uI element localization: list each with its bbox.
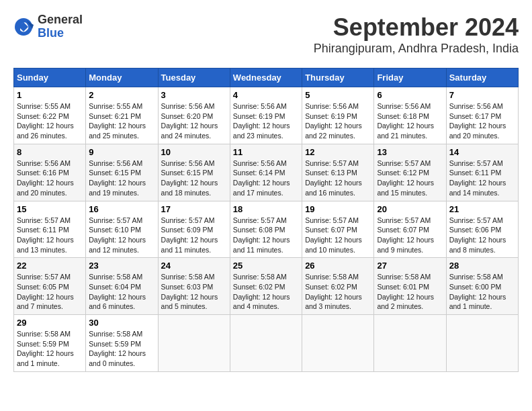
day-number: 9 bbox=[89, 147, 154, 157]
day-number: 8 bbox=[17, 147, 83, 157]
day-number: 2 bbox=[89, 90, 154, 100]
day-number: 16 bbox=[89, 204, 154, 214]
day-info: Sunrise: 5:56 AMSunset: 6:16 PMDaylight:… bbox=[17, 158, 83, 198]
day-number: 15 bbox=[17, 204, 83, 214]
day-info: Sunrise: 5:56 AMSunset: 6:15 PMDaylight:… bbox=[89, 158, 154, 198]
day-number: 30 bbox=[89, 318, 154, 328]
calendar-week-row: 1Sunrise: 5:55 AMSunset: 6:22 PMDaylight… bbox=[14, 87, 519, 144]
day-number: 7 bbox=[449, 90, 515, 100]
day-number: 29 bbox=[17, 318, 83, 328]
day-info: Sunrise: 5:57 AMSunset: 6:10 PMDaylight:… bbox=[89, 216, 154, 255]
calendar-cell: 27Sunrise: 5:58 AMSunset: 6:01 PMDayligh… bbox=[374, 258, 446, 315]
title-section: September 2024 Phirangipuram, Andhra Pra… bbox=[314, 13, 519, 56]
calendar-cell: 18Sunrise: 5:57 AMSunset: 6:08 PMDayligh… bbox=[230, 201, 302, 258]
day-info: Sunrise: 5:57 AMSunset: 6:09 PMDaylight:… bbox=[161, 216, 227, 255]
location-title: Phirangipuram, Andhra Pradesh, India bbox=[314, 42, 519, 56]
calendar-week-row: 15Sunrise: 5:57 AMSunset: 6:11 PMDayligh… bbox=[14, 201, 519, 258]
calendar-cell bbox=[446, 315, 518, 372]
weekday-header-sunday: Sunday bbox=[14, 68, 86, 87]
day-number: 10 bbox=[161, 147, 227, 157]
day-info: Sunrise: 5:57 AMSunset: 6:05 PMDaylight:… bbox=[17, 272, 83, 312]
day-info: Sunrise: 5:57 AMSunset: 6:13 PMDaylight:… bbox=[305, 158, 371, 198]
calendar-cell: 15Sunrise: 5:57 AMSunset: 6:11 PMDayligh… bbox=[14, 201, 86, 258]
day-number: 11 bbox=[233, 147, 299, 157]
day-number: 27 bbox=[377, 261, 443, 271]
day-number: 20 bbox=[377, 204, 443, 214]
calendar-cell: 8Sunrise: 5:56 AMSunset: 6:16 PMDaylight… bbox=[14, 144, 86, 201]
day-info: Sunrise: 5:58 AMSunset: 6:03 PMDaylight:… bbox=[161, 272, 227, 312]
calendar-cell: 24Sunrise: 5:58 AMSunset: 6:03 PMDayligh… bbox=[158, 258, 230, 315]
weekday-header-monday: Monday bbox=[86, 68, 158, 87]
day-number: 23 bbox=[89, 261, 154, 271]
day-number: 13 bbox=[377, 147, 443, 157]
calendar-cell bbox=[302, 315, 374, 372]
calendar-cell bbox=[158, 315, 230, 372]
calendar-cell: 9Sunrise: 5:56 AMSunset: 6:15 PMDaylight… bbox=[86, 144, 158, 201]
month-title: September 2024 bbox=[314, 13, 519, 42]
calendar-cell: 29Sunrise: 5:58 AMSunset: 5:59 PMDayligh… bbox=[14, 315, 86, 372]
day-info: Sunrise: 5:56 AMSunset: 6:19 PMDaylight:… bbox=[233, 101, 299, 141]
day-info: Sunrise: 5:57 AMSunset: 6:06 PMDaylight:… bbox=[449, 216, 515, 255]
weekday-header-friday: Friday bbox=[374, 68, 446, 87]
calendar-cell: 5Sunrise: 5:56 AMSunset: 6:19 PMDaylight… bbox=[302, 87, 374, 144]
logo-icon bbox=[13, 17, 34, 37]
calendar-cell: 14Sunrise: 5:57 AMSunset: 6:11 PMDayligh… bbox=[446, 144, 518, 201]
day-number: 14 bbox=[449, 147, 515, 157]
calendar-cell: 13Sunrise: 5:57 AMSunset: 6:12 PMDayligh… bbox=[374, 144, 446, 201]
calendar-table: SundayMondayTuesdayWednesdayThursdayFrid… bbox=[13, 68, 519, 372]
calendar-cell: 17Sunrise: 5:57 AMSunset: 6:09 PMDayligh… bbox=[158, 201, 230, 258]
day-info: Sunrise: 5:58 AMSunset: 6:00 PMDaylight:… bbox=[449, 272, 515, 312]
day-number: 17 bbox=[161, 204, 227, 214]
day-info: Sunrise: 5:55 AMSunset: 6:22 PMDaylight:… bbox=[17, 101, 83, 141]
day-number: 26 bbox=[305, 261, 371, 271]
calendar-cell: 21Sunrise: 5:57 AMSunset: 6:06 PMDayligh… bbox=[446, 201, 518, 258]
day-info: Sunrise: 5:57 AMSunset: 6:08 PMDaylight:… bbox=[233, 216, 299, 255]
day-number: 4 bbox=[233, 90, 299, 100]
weekday-header-saturday: Saturday bbox=[446, 68, 518, 87]
calendar-cell: 2Sunrise: 5:55 AMSunset: 6:21 PMDaylight… bbox=[86, 87, 158, 144]
logo-text: General Blue bbox=[38, 13, 83, 40]
weekday-header-wednesday: Wednesday bbox=[230, 68, 302, 87]
day-info: Sunrise: 5:57 AMSunset: 6:07 PMDaylight:… bbox=[377, 216, 443, 255]
day-info: Sunrise: 5:58 AMSunset: 6:02 PMDaylight:… bbox=[305, 272, 371, 312]
day-info: Sunrise: 5:58 AMSunset: 6:04 PMDaylight:… bbox=[89, 272, 154, 312]
day-info: Sunrise: 5:58 AMSunset: 5:59 PMDaylight:… bbox=[89, 329, 154, 369]
day-info: Sunrise: 5:56 AMSunset: 6:14 PMDaylight:… bbox=[233, 158, 299, 198]
day-number: 22 bbox=[17, 261, 83, 271]
day-info: Sunrise: 5:57 AMSunset: 6:11 PMDaylight:… bbox=[449, 158, 515, 198]
calendar-week-row: 8Sunrise: 5:56 AMSunset: 6:16 PMDaylight… bbox=[14, 144, 519, 201]
calendar-cell: 11Sunrise: 5:56 AMSunset: 6:14 PMDayligh… bbox=[230, 144, 302, 201]
day-number: 5 bbox=[305, 90, 371, 100]
calendar-cell: 30Sunrise: 5:58 AMSunset: 5:59 PMDayligh… bbox=[86, 315, 158, 372]
day-info: Sunrise: 5:56 AMSunset: 6:17 PMDaylight:… bbox=[449, 101, 515, 141]
calendar-cell: 25Sunrise: 5:58 AMSunset: 6:02 PMDayligh… bbox=[230, 258, 302, 315]
day-number: 21 bbox=[449, 204, 515, 214]
calendar-cell: 16Sunrise: 5:57 AMSunset: 6:10 PMDayligh… bbox=[86, 201, 158, 258]
day-number: 24 bbox=[161, 261, 227, 271]
calendar-cell: 22Sunrise: 5:57 AMSunset: 6:05 PMDayligh… bbox=[14, 258, 86, 315]
calendar-week-row: 29Sunrise: 5:58 AMSunset: 5:59 PMDayligh… bbox=[14, 315, 519, 372]
calendar-cell: 7Sunrise: 5:56 AMSunset: 6:17 PMDaylight… bbox=[446, 87, 518, 144]
day-info: Sunrise: 5:57 AMSunset: 6:11 PMDaylight:… bbox=[17, 216, 83, 255]
day-number: 1 bbox=[17, 90, 83, 100]
logo-general: General bbox=[38, 13, 83, 27]
calendar-body: 1Sunrise: 5:55 AMSunset: 6:22 PMDaylight… bbox=[14, 87, 519, 372]
calendar-cell: 10Sunrise: 5:56 AMSunset: 6:15 PMDayligh… bbox=[158, 144, 230, 201]
calendar-cell: 23Sunrise: 5:58 AMSunset: 6:04 PMDayligh… bbox=[86, 258, 158, 315]
calendar-cell bbox=[230, 315, 302, 372]
logo-blue: Blue bbox=[38, 27, 83, 40]
calendar-cell: 19Sunrise: 5:57 AMSunset: 6:07 PMDayligh… bbox=[302, 201, 374, 258]
weekday-header-tuesday: Tuesday bbox=[158, 68, 230, 87]
day-number: 6 bbox=[377, 90, 443, 100]
weekday-header-row: SundayMondayTuesdayWednesdayThursdayFrid… bbox=[14, 68, 519, 87]
day-info: Sunrise: 5:57 AMSunset: 6:07 PMDaylight:… bbox=[305, 216, 371, 255]
day-number: 28 bbox=[449, 261, 515, 271]
calendar-cell: 20Sunrise: 5:57 AMSunset: 6:07 PMDayligh… bbox=[374, 201, 446, 258]
day-info: Sunrise: 5:58 AMSunset: 6:01 PMDaylight:… bbox=[377, 272, 443, 312]
day-number: 12 bbox=[305, 147, 371, 157]
calendar-cell: 26Sunrise: 5:58 AMSunset: 6:02 PMDayligh… bbox=[302, 258, 374, 315]
calendar-cell: 1Sunrise: 5:55 AMSunset: 6:22 PMDaylight… bbox=[14, 87, 86, 144]
day-number: 18 bbox=[233, 204, 299, 214]
weekday-header-thursday: Thursday bbox=[302, 68, 374, 87]
day-info: Sunrise: 5:56 AMSunset: 6:20 PMDaylight:… bbox=[161, 101, 227, 141]
